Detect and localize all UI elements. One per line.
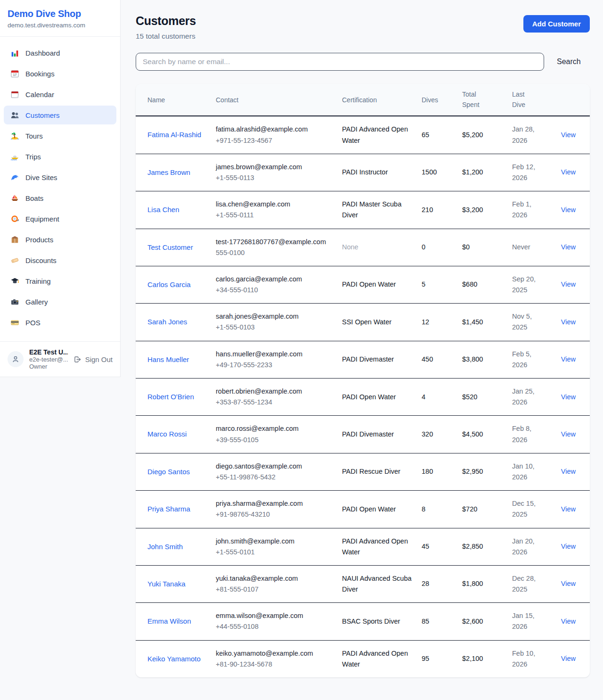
- table-row: John Smith john.smith@example.com +1-555…: [136, 528, 590, 565]
- customer-name-link[interactable]: Emma Wilson: [147, 617, 191, 625]
- customer-last-dive: Never: [512, 229, 552, 266]
- customer-name-link[interactable]: James Brown: [147, 168, 190, 176]
- customer-phone: +971-55-123-4567: [216, 135, 334, 146]
- customers-table: NameContactCertificationDivesTotal Spent…: [136, 84, 590, 677]
- customer-name-link[interactable]: John Smith: [147, 543, 183, 551]
- customer-name-link[interactable]: Test Customer: [147, 243, 193, 251]
- sidebar-item-boats[interactable]: Boats: [4, 189, 116, 207]
- customer-dives: 210: [422, 191, 462, 229]
- user-role: Owner: [29, 363, 68, 370]
- column-header: Total Spent: [462, 84, 512, 116]
- customer-total-spent: $720: [462, 491, 512, 528]
- customer-name-link[interactable]: Lisa Chen: [147, 206, 179, 214]
- graduation-cap-icon: [10, 277, 19, 286]
- customer-last-dive: Jan 10, 2026: [512, 453, 552, 490]
- table-header-row: NameContactCertificationDivesTotal Spent…: [136, 84, 590, 116]
- sidebar-item-training[interactable]: Training: [4, 272, 116, 290]
- sidebar-item-bookings[interactable]: 17 Bookings: [4, 64, 116, 83]
- customer-name-link[interactable]: Marco Rossi: [147, 430, 187, 438]
- customer-name-link[interactable]: Priya Sharma: [147, 505, 190, 513]
- sidebar-item-dive-sites[interactable]: Dive Sites: [4, 168, 116, 187]
- sidebar: Demo Dive Shop demo.test.divestreams.com…: [0, 0, 121, 377]
- table-row: Keiko Yamamoto keiko.yamamoto@example.co…: [136, 640, 590, 677]
- customer-email: fatima.alrashid@example.com: [216, 124, 334, 135]
- customer-name-link[interactable]: Keiko Yamamoto: [147, 655, 201, 663]
- sign-out-button[interactable]: Sign Out: [73, 355, 113, 363]
- customer-email: lisa.chen@example.com: [216, 199, 334, 210]
- view-link[interactable]: View: [561, 468, 576, 475]
- customer-total-spent: $520: [462, 379, 512, 416]
- customer-phone: +1-555-0111: [216, 210, 334, 221]
- customer-name-link[interactable]: Fatima Al-Rashid: [147, 131, 201, 139]
- customer-dives: 45: [422, 528, 462, 565]
- customer-email: diego.santos@example.com: [216, 461, 334, 472]
- bookings-calendar-icon: 17: [10, 69, 19, 78]
- customer-dives: 1500: [422, 154, 462, 191]
- sidebar-item-products[interactable]: Products: [4, 230, 116, 249]
- customer-last-dive: Jan 25, 2026: [512, 379, 552, 416]
- view-link[interactable]: View: [561, 580, 576, 587]
- avatar: [8, 351, 24, 367]
- customer-phone: +1-555-0103: [216, 322, 334, 333]
- customer-total-spent: $1,800: [462, 565, 512, 602]
- customer-name-link[interactable]: Carlos Garcia: [147, 280, 191, 288]
- view-link[interactable]: View: [561, 505, 576, 513]
- wave-icon: [10, 173, 19, 182]
- customer-last-dive: Sep 20, 2025: [512, 266, 552, 303]
- search-button[interactable]: Search: [557, 58, 581, 66]
- customer-certification: PADI Open Water: [342, 266, 422, 303]
- sidebar-item-calendar[interactable]: Calendar: [4, 85, 116, 104]
- sidebar-item-tours[interactable]: Tours: [4, 126, 116, 145]
- view-link[interactable]: View: [561, 206, 576, 214]
- package-icon: [10, 235, 19, 244]
- customer-last-dive: Jan 20, 2026: [512, 528, 552, 565]
- customer-phone: +91-98765-43210: [216, 509, 334, 520]
- view-link[interactable]: View: [561, 168, 576, 176]
- view-link[interactable]: View: [561, 131, 576, 139]
- customer-last-dive: Nov 5, 2025: [512, 304, 552, 341]
- shop-name: Demo Dive Shop: [8, 8, 113, 19]
- table-row: Lisa Chen lisa.chen@example.com +1-555-0…: [136, 191, 590, 229]
- view-link[interactable]: View: [561, 280, 576, 288]
- view-link[interactable]: View: [561, 318, 576, 326]
- sidebar-item-trips[interactable]: Trips: [4, 147, 116, 166]
- table-row: Yuki Tanaka yuki.tanaka@example.com +81-…: [136, 565, 590, 602]
- customer-phone: +49-170-555-2233: [216, 360, 334, 371]
- sidebar-item-gallery[interactable]: Gallery: [4, 292, 116, 311]
- customer-dives: 4: [422, 379, 462, 416]
- view-link[interactable]: View: [561, 355, 576, 363]
- customer-name-link[interactable]: Hans Mueller: [147, 355, 189, 363]
- view-link[interactable]: View: [561, 543, 576, 550]
- credit-card-icon: [10, 318, 19, 327]
- view-link[interactable]: View: [561, 618, 576, 625]
- sidebar-item-discounts[interactable]: Discounts: [4, 251, 116, 270]
- column-header: Certification: [342, 84, 422, 116]
- customer-name-link[interactable]: Diego Santos: [147, 468, 190, 476]
- customer-total-spent: $1,450: [462, 304, 512, 341]
- customer-name-link[interactable]: Yuki Tanaka: [147, 580, 186, 588]
- sidebar-item-equipment[interactable]: Equipment: [4, 209, 116, 228]
- add-customer-button[interactable]: Add Customer: [523, 15, 590, 33]
- customer-name-link[interactable]: Sarah Jones: [147, 318, 187, 326]
- customer-name-link[interactable]: Robert O'Brien: [147, 393, 194, 401]
- table-row: Emma Wilson emma.wilson@example.com +44-…: [136, 603, 590, 640]
- view-link[interactable]: View: [561, 393, 576, 401]
- view-link[interactable]: View: [561, 243, 576, 251]
- view-link[interactable]: View: [561, 655, 576, 662]
- customer-dives: 12: [422, 304, 462, 341]
- customer-email: hans.mueller@example.com: [216, 349, 334, 360]
- svg-text:17: 17: [13, 73, 17, 76]
- table-row: James Brown james.brown@example.com +1-5…: [136, 154, 590, 191]
- search-input[interactable]: [136, 53, 544, 71]
- customer-total-spent: $2,950: [462, 453, 512, 490]
- sidebar-item-pos[interactable]: POS: [4, 313, 116, 332]
- column-header: Dives: [422, 84, 462, 116]
- customer-dives: 8: [422, 491, 462, 528]
- table-row: Test Customer test-1772681807767@example…: [136, 229, 590, 266]
- sidebar-item-customers[interactable]: Customers: [4, 106, 116, 124]
- customer-certification: SSI Open Water: [342, 304, 422, 341]
- customer-total-spent: $1,200: [462, 154, 512, 191]
- total-customers-count: 15 total customers: [136, 32, 196, 41]
- sidebar-item-dashboard[interactable]: Dashboard: [4, 43, 116, 62]
- view-link[interactable]: View: [561, 430, 576, 438]
